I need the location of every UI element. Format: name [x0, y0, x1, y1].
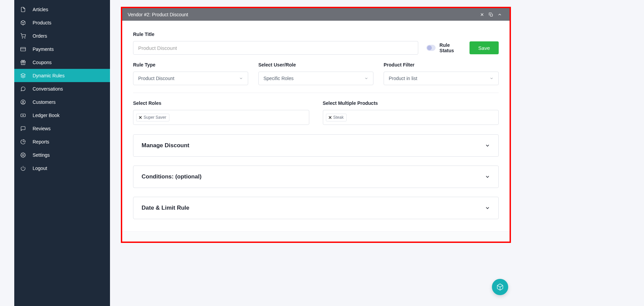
layers-icon: [20, 73, 33, 78]
sidebar-item-customers[interactable]: Customers: [14, 95, 110, 109]
select-user-role-select[interactable]: Specific Roles: [258, 72, 373, 85]
role-tag-label: Super Saver: [144, 115, 166, 120]
select-products-label: Select Multiple Products: [323, 100, 499, 106]
main-content: Vendor #2: Product Discount Rule Title R…: [110, 7, 522, 243]
rule-type-value: Product Discount: [138, 76, 174, 81]
sidebar-item-logout[interactable]: Logout: [14, 161, 110, 175]
copy-icon[interactable]: [486, 12, 495, 17]
chevron-down-icon: [490, 76, 494, 80]
message-icon: [20, 126, 33, 131]
panel-title: Vendor #2: Product Discount: [128, 12, 188, 17]
credit-card-icon: [20, 46, 33, 52]
cart-icon: [20, 33, 33, 39]
sidebar-item-label: Dynamic Rules: [33, 73, 65, 78]
sidebar-item-label: Articles: [33, 7, 48, 12]
svg-point-8: [21, 100, 25, 104]
product-filter-select[interactable]: Product in list: [384, 72, 499, 85]
sidebar-item-ledger-book[interactable]: Ledger Book: [14, 109, 110, 122]
product-tag: ✕ Steak: [326, 114, 347, 121]
user-icon: [20, 99, 33, 105]
accordion-title: Manage Discount: [142, 142, 189, 149]
sidebar-item-label: Logout: [33, 166, 47, 171]
remove-tag-icon[interactable]: ✕: [139, 115, 142, 120]
svg-point-2: [25, 38, 25, 38]
product-filter-label: Product Filter: [384, 62, 499, 68]
product-filter-value: Product in list: [389, 76, 417, 81]
chevron-down-icon: [485, 174, 490, 179]
select-user-role-label: Select User/Role: [258, 62, 373, 68]
accordion-conditions[interactable]: Conditions: (optional): [133, 166, 499, 188]
select-products-input[interactable]: ✕ Steak: [323, 110, 499, 125]
svg-point-11: [23, 115, 24, 116]
sidebar-item-label: Coupons: [33, 60, 52, 65]
sidebar-item-label: Payments: [33, 46, 54, 52]
select-user-role-value: Specific Roles: [263, 76, 294, 81]
accordion-date-limit[interactable]: Date & Limit Rule: [133, 197, 499, 219]
chevron-down-icon: [239, 76, 243, 80]
svg-marker-7: [21, 73, 25, 76]
sidebar-item-payments[interactable]: Payments: [14, 42, 110, 56]
sidebar-item-label: Products: [33, 20, 51, 25]
sidebar-item-label: Ledger Book: [33, 113, 59, 118]
rule-title-input[interactable]: [133, 41, 418, 55]
fab-button[interactable]: [492, 279, 508, 295]
rule-status-label: Rule Status: [440, 42, 460, 53]
box-icon: [20, 20, 33, 25]
sidebar-item-label: Customers: [33, 99, 56, 105]
sidebar-item-dynamic-rules[interactable]: Dynamic Rules: [14, 69, 110, 82]
accordion-title: Conditions: (optional): [142, 173, 202, 180]
sidebar-item-conversations[interactable]: Conversations: [14, 82, 110, 95]
select-roles-label: Select Roles: [133, 100, 309, 106]
piechart-icon: [20, 139, 33, 145]
sidebar-item-products[interactable]: Products: [14, 16, 110, 29]
svg-rect-10: [21, 114, 25, 117]
role-tag: ✕ Super Saver: [136, 114, 169, 121]
sidebar-item-orders[interactable]: Orders: [14, 29, 110, 42]
svg-rect-3: [21, 47, 26, 51]
remove-tag-icon[interactable]: ✕: [328, 115, 332, 120]
gear-icon: [20, 152, 33, 158]
sidebar-item-articles[interactable]: Articles: [14, 3, 110, 16]
sidebar-item-settings[interactable]: Settings: [14, 148, 110, 161]
chat-icon: [20, 86, 33, 92]
panel-body: Rule Title Rule Status Save Rule Type Pr…: [122, 21, 510, 231]
panel-header: Vendor #2: Product Discount: [122, 8, 510, 21]
sidebar-item-label: Reports: [33, 139, 49, 145]
close-icon[interactable]: [478, 12, 486, 17]
svg-point-1: [22, 38, 22, 38]
svg-point-9: [22, 101, 24, 102]
rule-type-label: Rule Type: [133, 62, 248, 68]
money-icon: [20, 113, 33, 118]
accordion-title: Date & Limit Rule: [142, 205, 189, 211]
save-button[interactable]: Save: [470, 41, 499, 54]
rule-type-select[interactable]: Product Discount: [133, 72, 248, 85]
svg-rect-16: [490, 14, 492, 16]
sidebar-item-label: Settings: [33, 152, 50, 158]
sidebar-item-label: Reviews: [33, 126, 51, 131]
sidebar-item-label: Orders: [33, 33, 47, 39]
divider: [133, 93, 499, 93]
sidebar: Articles Products Orders Payments Coupon…: [14, 0, 110, 306]
rule-title-label: Rule Title: [133, 32, 418, 37]
sidebar-item-reviews[interactable]: Reviews: [14, 122, 110, 135]
document-icon: [20, 7, 33, 12]
panel-footer: [122, 231, 510, 242]
rule-status-toggle[interactable]: [426, 45, 436, 51]
chevron-down-icon: [364, 76, 368, 80]
power-icon: [20, 166, 33, 171]
product-tag-label: Steak: [333, 115, 344, 120]
sidebar-item-label: Conversations: [33, 86, 63, 92]
chevron-down-icon: [485, 143, 490, 148]
select-roles-input[interactable]: ✕ Super Saver: [133, 110, 309, 125]
highlighted-panel: Vendor #2: Product Discount Rule Title R…: [121, 7, 511, 243]
gift-icon: [20, 60, 33, 65]
sidebar-item-coupons[interactable]: Coupons: [14, 56, 110, 69]
chevron-down-icon: [485, 205, 490, 211]
svg-point-12: [22, 154, 24, 156]
accordion-manage-discount[interactable]: Manage Discount: [133, 134, 499, 157]
chevron-up-icon[interactable]: [495, 12, 504, 17]
box-icon: [496, 283, 504, 291]
sidebar-item-reports[interactable]: Reports: [14, 135, 110, 148]
